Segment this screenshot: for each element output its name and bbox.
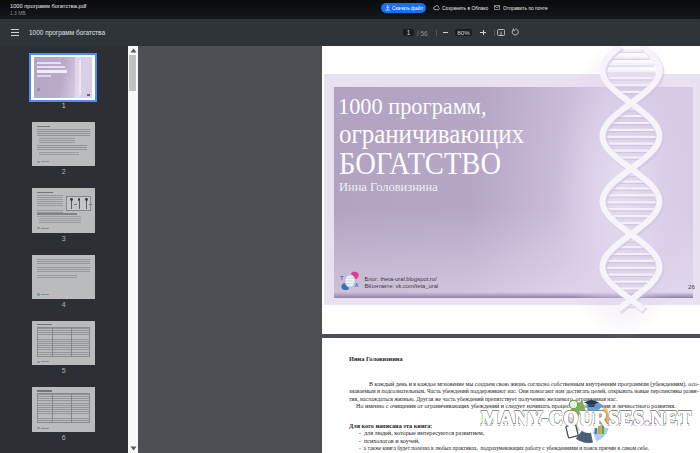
svg-text:А: А [354, 282, 358, 288]
svg-text:Т: Т [340, 274, 343, 280]
